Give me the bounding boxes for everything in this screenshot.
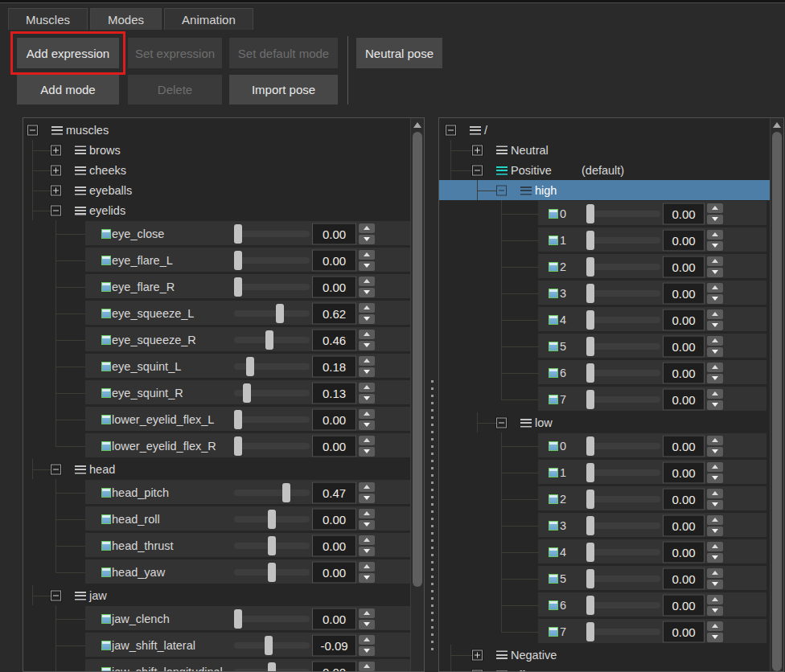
collapse-toggle-icon[interactable] (446, 125, 456, 135)
muscle-row[interactable]: eye_flare_R0.00 (23, 273, 410, 300)
spin-down-button[interactable] (707, 347, 723, 357)
muscle-slider-track[interactable] (234, 257, 310, 264)
spin-down-button[interactable] (359, 367, 375, 377)
spin-down-button[interactable] (359, 620, 375, 629)
spin-down-button[interactable] (359, 494, 375, 503)
tree-group-row[interactable]: brows (23, 140, 410, 160)
muscle-slider-track[interactable] (234, 616, 310, 622)
muscle-row[interactable]: 30.00 (439, 280, 770, 306)
collapse-toggle-icon[interactable] (496, 417, 507, 428)
muscle-row[interactable]: eye_squeeze_R0.46 (23, 326, 410, 353)
muscle-slider-handle[interactable] (234, 436, 242, 456)
spin-up-button[interactable] (359, 250, 375, 260)
spin-up-button[interactable] (359, 535, 375, 545)
muscle-value-spinbox[interactable]: 0.00 (663, 621, 705, 642)
muscle-slider-handle[interactable] (586, 337, 594, 356)
muscle-slider-handle[interactable] (265, 636, 273, 655)
expand-toggle-icon[interactable] (51, 185, 61, 195)
muscle-enabled-checkbox[interactable] (101, 256, 111, 265)
muscle-slider-track[interactable] (586, 629, 660, 635)
scroll-up-arrow[interactable] (771, 118, 783, 131)
muscle-row[interactable]: jaw_shift_longitudinal0.00 (23, 658, 410, 672)
spin-down-button[interactable] (707, 321, 723, 330)
spin-up-button[interactable] (707, 568, 723, 578)
collapse-toggle-icon[interactable] (472, 165, 483, 175)
muscle-row[interactable]: 50.00 (439, 333, 770, 359)
muscle-enabled-checkbox[interactable] (101, 568, 111, 577)
muscle-row[interactable]: eye_squint_L0.18 (23, 353, 410, 379)
muscle-row[interactable]: 20.00 (439, 253, 770, 280)
muscle-enabled-checkbox[interactable] (101, 641, 111, 650)
muscle-value-spinbox[interactable]: 0.00 (663, 568, 705, 589)
spin-down-button[interactable] (359, 288, 375, 297)
muscle-slider-handle[interactable] (246, 357, 254, 376)
muscle-slider-track[interactable] (586, 443, 660, 449)
muscle-row[interactable]: 70.00 (439, 386, 770, 412)
spin-down-button[interactable] (359, 394, 375, 404)
muscle-enabled-checkbox[interactable] (549, 315, 558, 325)
collapse-toggle-icon[interactable] (51, 205, 61, 215)
muscle-row[interactable]: jaw_clench0.00 (23, 605, 410, 632)
spin-up-button[interactable] (707, 515, 723, 525)
muscle-enabled-checkbox[interactable] (101, 415, 111, 424)
muscle-slider-handle[interactable] (586, 310, 594, 330)
import-pose-button[interactable]: Import pose (229, 75, 338, 104)
spin-down-button[interactable] (707, 527, 723, 536)
muscle-slider-handle[interactable] (586, 622, 594, 641)
muscle-value-spinbox[interactable]: 0.00 (663, 229, 705, 251)
spin-down-button[interactable] (359, 420, 375, 430)
muscle-value-spinbox[interactable]: 0.00 (312, 408, 356, 430)
muscle-slider-track[interactable] (234, 284, 310, 290)
muscle-slider-handle[interactable] (586, 490, 594, 509)
muscle-slider-handle[interactable] (276, 304, 284, 323)
muscle-enabled-checkbox[interactable] (549, 627, 558, 637)
muscle-enabled-checkbox[interactable] (549, 342, 558, 351)
muscle-slider-track[interactable] (234, 363, 310, 370)
spin-up-button[interactable] (359, 662, 375, 671)
tree-group-row[interactable]: eyeballs (23, 180, 410, 200)
muscle-row[interactable]: 60.00 (439, 359, 770, 386)
muscle-row[interactable]: head_roll0.00 (23, 506, 410, 532)
muscle-slider-track[interactable] (234, 310, 310, 317)
muscle-slider-track[interactable] (586, 317, 660, 323)
spin-down-button[interactable] (359, 520, 375, 530)
spin-up-button[interactable] (359, 482, 375, 492)
muscle-row[interactable]: 40.00 (439, 539, 770, 565)
muscle-enabled-checkbox[interactable] (101, 441, 111, 451)
muscle-enabled-checkbox[interactable] (101, 362, 111, 371)
muscle-value-spinbox[interactable]: 0.46 (312, 329, 356, 350)
muscle-slider-track[interactable] (234, 490, 310, 496)
spin-up-button[interactable] (707, 462, 723, 472)
spin-down-button[interactable] (707, 580, 723, 589)
spin-up-button[interactable] (707, 336, 723, 346)
spin-down-button[interactable] (707, 241, 723, 251)
muscle-slider-track[interactable] (234, 416, 310, 423)
muscle-slider-track[interactable] (586, 237, 660, 244)
muscle-row[interactable]: 10.00 (439, 227, 770, 253)
muscle-enabled-checkbox[interactable] (101, 667, 111, 672)
spin-up-button[interactable] (359, 223, 375, 233)
muscle-row[interactable]: eye_squeeze_L0.62 (23, 300, 410, 326)
muscle-enabled-checkbox[interactable] (549, 521, 558, 531)
muscle-slider-handle[interactable] (586, 596, 594, 615)
neutral-pose-button[interactable]: Neutral pose (356, 38, 442, 68)
muscle-value-spinbox[interactable]: 0.00 (663, 282, 705, 304)
tab-animation[interactable]: Animation (164, 8, 253, 30)
spin-down-button[interactable] (359, 646, 375, 656)
spin-up-button[interactable] (359, 356, 375, 366)
muscle-row[interactable]: jaw_shift_lateral-0.09 (23, 632, 410, 658)
muscle-slider-handle[interactable] (234, 251, 242, 270)
muscle-value-spinbox[interactable]: 0.00 (312, 535, 356, 556)
muscle-value-spinbox[interactable]: 0.00 (312, 608, 356, 629)
spin-down-button[interactable] (359, 235, 375, 244)
muscle-enabled-checkbox[interactable] (549, 368, 558, 378)
add-mode-button[interactable]: Add mode (17, 75, 119, 104)
tree-group-row[interactable]: Positive(default) (439, 160, 770, 180)
expand-toggle-icon[interactable] (51, 165, 61, 175)
tree-group-row[interactable]: eyelids (23, 200, 410, 220)
muscle-value-spinbox[interactable]: 0.00 (312, 223, 356, 244)
spin-up-button[interactable] (707, 489, 723, 498)
muscle-row[interactable]: head_pitch0.47 (23, 479, 410, 506)
muscle-slider-handle[interactable] (234, 609, 242, 629)
muscle-slider-handle[interactable] (586, 543, 594, 562)
